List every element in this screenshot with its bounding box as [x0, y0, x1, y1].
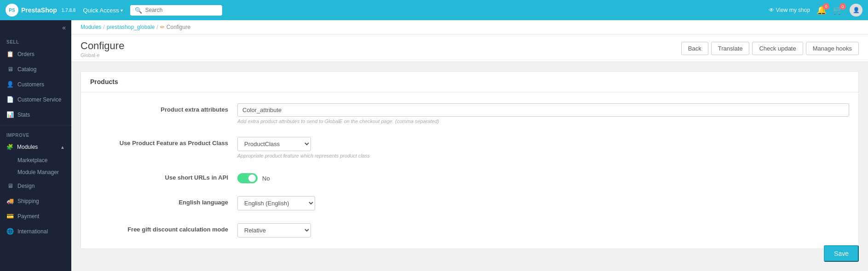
navbar-right: 👁 View my shop 🔔 0 🛒 0 👤 [769, 4, 862, 17]
english-language-label: English language [90, 196, 237, 206]
design-icon: 🖥 [6, 182, 14, 189]
breadcrumb: Modules / prestashop_globale / ✏ Configu… [71, 20, 868, 34]
breadcrumb-modules[interactable]: Modules [80, 24, 101, 30]
notifications-icon-2[interactable]: 🛒 0 [833, 5, 843, 15]
sidebar-item-orders[interactable]: 📋 Orders [0, 46, 71, 62]
sidebar-item-international[interactable]: 🌐 International [0, 224, 71, 239]
breadcrumb-prestashop-globale[interactable]: prestashop_globale [107, 24, 155, 30]
sidebar-item-modules[interactable]: 🧩 Modules ▲ [0, 140, 71, 154]
international-icon: 🌐 [6, 228, 14, 235]
brand: PS PrestaShop 1.7.8.8 [6, 4, 75, 17]
search-icon: 🔍 [135, 7, 142, 14]
payment-label: Payment [17, 213, 39, 220]
notification-badge-1: 0 [823, 3, 829, 10]
page-header-actions: Back Translate Check update Manage hooks [681, 42, 859, 55]
sell-section-label: SELL [0, 35, 71, 46]
use-product-feature-group: Use Product Feature as Product Class Pro… [90, 137, 849, 158]
breadcrumb-sep-1: / [103, 24, 104, 30]
content-area: Modules / prestashop_globale / ✏ Configu… [71, 20, 868, 271]
english-language-wrap: English (English) French (French) Spanis… [237, 196, 849, 210]
payment-icon: 💳 [6, 213, 14, 220]
catalog-label: Catalog [17, 66, 36, 73]
modules-label: Modules [17, 144, 38, 150]
use-short-urls-group: Use short URLs in API No [90, 171, 849, 183]
quick-access-menu[interactable]: Quick Access ▾ [83, 7, 123, 14]
toggle-slider [237, 173, 258, 183]
customer-service-label: Customer Service [17, 96, 61, 103]
sidebar-item-catalog[interactable]: 🖥 Catalog [0, 62, 71, 77]
page-title-block: Configure Global-e [80, 40, 124, 58]
use-short-urls-status: No [262, 175, 270, 182]
international-label: International [17, 228, 48, 235]
version-label: 1.7.8.8 [62, 8, 76, 13]
eye-icon: 👁 [769, 7, 774, 13]
product-extra-attributes-hint: Add extra product attributes to send to … [237, 119, 849, 124]
translate-button[interactable]: Translate [711, 42, 750, 55]
free-gift-group: Free gift discount calculation mode Rela… [90, 223, 849, 237]
navbar: PS PrestaShop 1.7.8.8 Quick Access ▾ 🔍 👁… [0, 0, 868, 20]
stats-icon: 📊 [6, 111, 14, 118]
orders-label: Orders [17, 51, 34, 57]
sidebar-item-customers[interactable]: 👤 Customers [0, 77, 71, 92]
content-scroll: Products Product extra attributes Add ex… [71, 62, 868, 271]
sidebar-sub-item-module-manager[interactable]: Module Manager [0, 166, 71, 178]
use-short-urls-toggle[interactable] [237, 173, 258, 183]
free-gift-wrap: Relative Absolute [237, 223, 849, 237]
page-header: Configure Global-e Back Translate Check … [71, 34, 868, 62]
catalog-icon: 🖥 [6, 66, 14, 73]
brand-name: PrestaShop [21, 6, 57, 14]
save-button[interactable]: Save [824, 245, 859, 262]
view-my-shop-link[interactable]: 👁 View my shop [769, 7, 810, 13]
products-section-body: Product extra attributes Add extra produ… [81, 92, 858, 248]
use-product-feature-label: Use Product Feature as Product Class [90, 137, 237, 147]
search-bar[interactable]: 🔍 [130, 5, 222, 16]
product-extra-attributes-group: Product extra attributes Add extra produ… [90, 103, 849, 124]
free-gift-select[interactable]: Relative Absolute [237, 223, 311, 237]
back-button[interactable]: Back [681, 42, 708, 55]
sidebar: « SELL 📋 Orders 🖥 Catalog 👤 Customers 📄 … [0, 20, 71, 271]
logo-icon: PS [6, 4, 18, 17]
customers-label: Customers [17, 81, 44, 88]
sidebar-divider-1 [0, 125, 71, 125]
use-product-feature-hint: Appropriate product feature which repres… [237, 153, 849, 158]
stats-label: Stats [17, 112, 30, 118]
sidebar-item-stats[interactable]: 📊 Stats [0, 107, 71, 122]
product-extra-attributes-input[interactable] [237, 103, 849, 117]
chevron-down-icon: ▾ [121, 8, 123, 13]
sidebar-toggle[interactable]: « [0, 20, 71, 35]
page-title: Configure [80, 40, 124, 52]
design-label: Design [17, 183, 34, 189]
english-language-group: English language English (English) Frenc… [90, 196, 849, 210]
breadcrumb-configure: Configure [167, 24, 190, 30]
manage-hooks-button[interactable]: Manage hooks [806, 42, 859, 55]
sidebar-item-customer-service[interactable]: 📄 Customer Service [0, 92, 71, 107]
breadcrumb-sep-2: / [156, 24, 158, 30]
avatar[interactable]: 👤 [850, 4, 862, 17]
improve-section-label: IMPROVE [0, 128, 71, 140]
product-extra-attributes-label: Product extra attributes [90, 103, 237, 113]
notifications-icon-1[interactable]: 🔔 0 [816, 5, 827, 15]
use-product-feature-wrap: ProductClass None Other Appropriate prod… [237, 137, 849, 158]
page-subtitle: Global-e [80, 52, 124, 58]
view-my-shop-label: View my shop [776, 7, 810, 13]
sidebar-item-payment[interactable]: 💳 Payment [0, 209, 71, 224]
shipping-icon: 🚚 [6, 198, 14, 204]
products-section-header: Products [81, 72, 858, 92]
use-short-urls-wrap: No [237, 171, 849, 183]
orders-icon: 📋 [6, 51, 14, 57]
english-language-select[interactable]: English (English) French (French) Spanis… [237, 196, 315, 210]
shipping-label: Shipping [17, 198, 39, 204]
product-extra-attributes-wrap: Add extra product attributes to send to … [237, 103, 849, 124]
check-update-button[interactable]: Check update [752, 42, 803, 55]
use-product-feature-select[interactable]: ProductClass None Other [237, 137, 311, 151]
save-btn-fixed: Save [824, 245, 859, 262]
sidebar-sub-item-marketplace[interactable]: Marketplace [0, 154, 71, 166]
modules-icon: 🧩 [6, 144, 13, 150]
quick-access-label: Quick Access [83, 7, 119, 14]
free-gift-label: Free gift discount calculation mode [90, 223, 237, 233]
customer-service-icon: 📄 [6, 96, 14, 103]
search-input[interactable] [145, 7, 218, 13]
sidebar-item-shipping[interactable]: 🚚 Shipping [0, 193, 71, 209]
sidebar-item-design[interactable]: 🖥 Design [0, 178, 71, 193]
breadcrumb-configure-icon: ✏ [160, 24, 165, 30]
